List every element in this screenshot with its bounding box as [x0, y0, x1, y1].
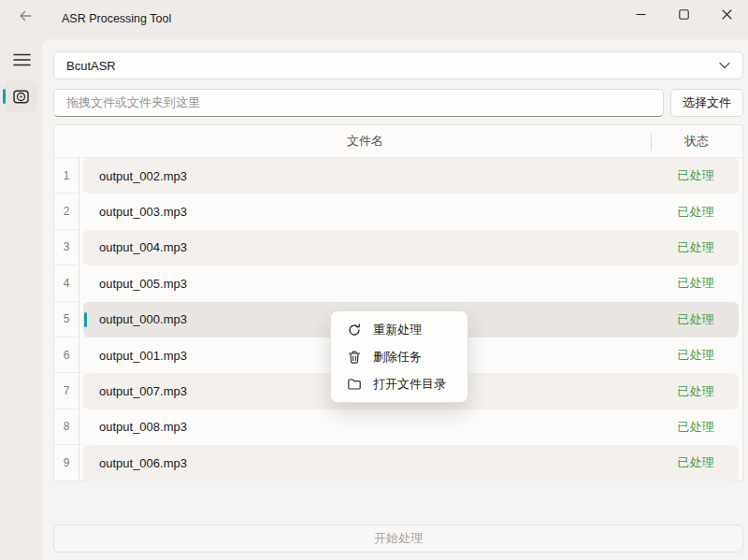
row-status: 已处理	[651, 311, 741, 328]
row-index: 1	[54, 158, 79, 194]
chevron-down-icon	[719, 62, 730, 69]
row-cell[interactable]: output_004.mp3 已处理	[83, 230, 739, 266]
row-filename: output_006.mp3	[99, 456, 187, 470]
sidebar-item-recorder[interactable]	[5, 80, 37, 112]
context-menu-label: 打开文件目录	[373, 376, 446, 393]
minimize-button[interactable]	[619, 0, 662, 29]
column-header-filename: 文件名	[79, 133, 651, 150]
context-menu: 重新处理 删除任务 打开文件目录	[330, 310, 468, 403]
row-status: 已处理	[651, 239, 741, 256]
engine-select[interactable]: BcutASR	[53, 51, 743, 79]
table-row[interactable]: 2 output_003.mp3 已处理	[54, 194, 742, 229]
trash-icon	[347, 350, 362, 365]
row-status: 已处理	[651, 167, 741, 184]
recorder-icon	[12, 88, 30, 106]
maximize-icon	[679, 9, 689, 20]
refresh-icon	[347, 323, 362, 337]
close-icon	[722, 9, 732, 20]
choose-file-label: 选择文件	[683, 94, 731, 111]
file-table: 文件名 状态 1 output_002.mp3 已处理 2 output_003…	[53, 124, 743, 481]
app-window: { "titlebar": { "title": "ASR Processing…	[0, 0, 748, 560]
row-status: 已处理	[651, 383, 741, 400]
row-filename: output_005.mp3	[99, 277, 187, 291]
context-menu-label: 重新处理	[373, 322, 422, 338]
column-header-status: 状态	[651, 133, 742, 150]
row-status: 已处理	[651, 347, 741, 364]
table-header: 文件名 状态	[54, 125, 742, 158]
row-index: 2	[54, 194, 79, 229]
maximize-button[interactable]	[662, 0, 705, 29]
content-panel: BcutASR 拖拽文件或文件夹到这里 选择文件 文件名 状态 1 output…	[42, 39, 748, 560]
row-index: 4	[54, 266, 79, 301]
back-button[interactable]	[9, 3, 41, 29]
context-menu-item-reprocess[interactable]: 重新处理	[334, 316, 465, 343]
choose-file-button[interactable]: 选择文件	[670, 89, 743, 117]
row-status: 已处理	[651, 454, 741, 471]
titlebar: ASR Processing Tool	[0, 0, 748, 39]
table-row[interactable]: 8 output_008.mp3 已处理	[54, 409, 742, 445]
row-index: 7	[54, 373, 79, 409]
start-processing-button[interactable]: 开始处理	[53, 524, 743, 553]
row-filename: output_007.mp3	[99, 384, 187, 398]
file-drop-input[interactable]: 拖拽文件或文件夹到这里	[53, 89, 664, 117]
table-row[interactable]: 9 output_006.mp3 已处理	[54, 445, 742, 481]
start-processing-label: 开始处理	[374, 530, 423, 547]
nav-menu-button[interactable]	[7, 47, 36, 73]
context-menu-item-delete[interactable]: 删除任务	[334, 343, 465, 370]
row-index: 8	[54, 409, 79, 445]
table-row[interactable]: 4 output_005.mp3 已处理	[54, 266, 742, 301]
table-row[interactable]: 1 output_002.mp3 已处理	[54, 158, 742, 194]
row-filename: output_000.mp3	[99, 312, 187, 326]
engine-select-value: BcutASR	[66, 59, 116, 73]
row-index: 5	[54, 302, 79, 337]
selection-indicator	[3, 89, 6, 104]
row-cell[interactable]: output_002.mp3 已处理	[83, 158, 739, 194]
row-cell[interactable]: output_008.mp3 已处理	[83, 409, 739, 445]
row-status: 已处理	[651, 419, 741, 436]
row-index: 3	[54, 230, 79, 266]
selection-indicator	[84, 312, 87, 327]
row-filename: output_003.mp3	[99, 205, 187, 219]
table-row[interactable]: 3 output_004.mp3 已处理	[54, 230, 742, 266]
context-menu-item-open-folder[interactable]: 打开文件目录	[334, 370, 465, 397]
window-title: ASR Processing Tool	[62, 12, 171, 25]
row-filename: output_001.mp3	[99, 349, 187, 363]
sidebar	[0, 39, 42, 560]
context-menu-label: 删除任务	[373, 349, 422, 366]
row-cell[interactable]: output_006.mp3 已处理	[83, 445, 739, 481]
row-cell[interactable]: output_005.mp3 已处理	[83, 266, 739, 301]
back-arrow-icon	[18, 8, 33, 23]
window-controls	[619, 0, 748, 29]
row-index: 6	[54, 337, 79, 373]
file-drop-placeholder: 拖拽文件或文件夹到这里	[66, 94, 200, 111]
row-filename: output_004.mp3	[99, 240, 187, 254]
row-status: 已处理	[651, 275, 741, 292]
close-button[interactable]	[705, 0, 748, 29]
row-filename: output_008.mp3	[99, 420, 187, 434]
hamburger-menu-icon	[13, 53, 31, 66]
row-filename: output_002.mp3	[99, 169, 187, 183]
minimize-icon	[636, 9, 646, 20]
folder-icon	[347, 377, 362, 392]
row-index: 9	[54, 445, 79, 481]
row-cell[interactable]: output_003.mp3 已处理	[83, 194, 739, 229]
row-status: 已处理	[651, 204, 741, 221]
